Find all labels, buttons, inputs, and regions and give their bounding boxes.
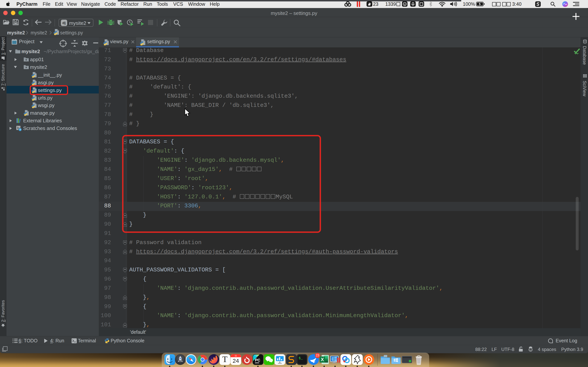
svg-text:$_: $_ [299,356,303,360]
svg-text:X: X [321,357,324,362]
svg-text:PC: PC [255,358,260,362]
